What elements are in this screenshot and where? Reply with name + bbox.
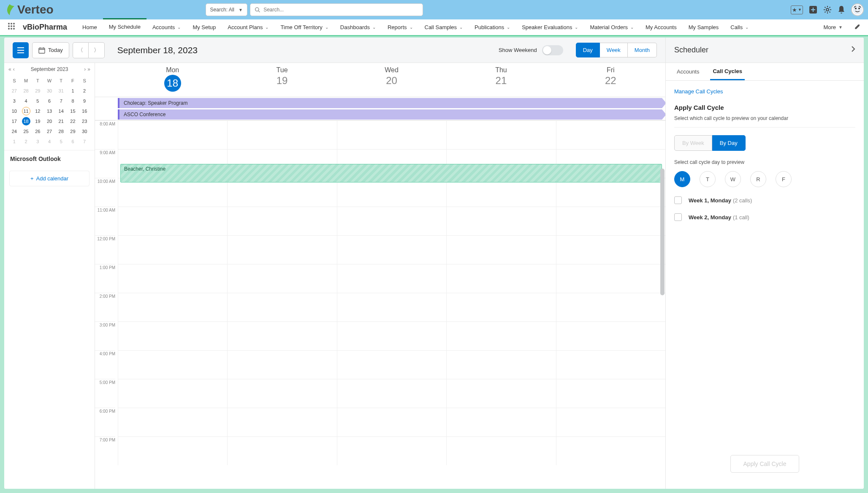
nav-tab[interactable]: My Accounts bbox=[640, 19, 683, 35]
next-period-button[interactable]: 〉 bbox=[89, 42, 105, 58]
nav-tab[interactable]: Material Orders⌄ bbox=[584, 19, 640, 35]
app-launcher[interactable] bbox=[8, 22, 15, 32]
nav-tab[interactable]: Reports⌄ bbox=[382, 19, 419, 35]
mini-day[interactable]: 5 bbox=[55, 136, 67, 147]
nav-tab[interactable]: Accounts⌄ bbox=[146, 19, 187, 35]
last-icon[interactable]: » bbox=[87, 66, 90, 72]
mini-day[interactable]: 16 bbox=[79, 106, 90, 116]
add-button[interactable] bbox=[809, 5, 817, 14]
collapse-panel-button[interactable] bbox=[851, 46, 855, 54]
nav-tab[interactable]: Publications⌄ bbox=[469, 19, 516, 35]
dow-button[interactable]: T bbox=[700, 171, 716, 187]
mini-day[interactable]: 25 bbox=[20, 126, 32, 136]
mini-day[interactable]: 13 bbox=[43, 106, 55, 116]
mini-day[interactable]: 24 bbox=[8, 126, 20, 136]
mini-day[interactable]: 28 bbox=[20, 86, 32, 96]
search-scope-dropdown[interactable]: Search: All ▼ bbox=[206, 3, 247, 16]
mini-day[interactable]: 21 bbox=[55, 116, 67, 126]
week-checkbox[interactable] bbox=[674, 213, 682, 221]
mini-day[interactable]: 6 bbox=[43, 96, 55, 106]
mini-day[interactable]: 28 bbox=[55, 126, 67, 136]
mini-day[interactable]: 5 bbox=[32, 96, 43, 106]
mini-day[interactable]: 15 bbox=[67, 106, 79, 116]
mini-day[interactable]: 22 bbox=[67, 116, 79, 126]
show-weekend-toggle[interactable] bbox=[542, 45, 563, 55]
timed-grid[interactable]: 8:00 AM9:00 AM10:00 AM11:00 AM12:00 PM1:… bbox=[95, 120, 665, 489]
mini-day[interactable]: 6 bbox=[67, 136, 79, 147]
mini-day[interactable]: 11 bbox=[20, 106, 32, 116]
mini-day[interactable]: 8 bbox=[67, 96, 79, 106]
mini-day[interactable]: 29 bbox=[32, 86, 43, 96]
scheduler-tab[interactable]: Call Cycles bbox=[710, 63, 744, 80]
mini-day[interactable]: 30 bbox=[43, 86, 55, 96]
first-icon[interactable]: « bbox=[8, 66, 11, 72]
nav-tab[interactable]: My Samples bbox=[683, 19, 725, 35]
mini-day[interactable]: 14 bbox=[55, 106, 67, 116]
dow-button[interactable]: M bbox=[674, 171, 690, 187]
mini-day[interactable]: 27 bbox=[8, 86, 20, 96]
mini-day[interactable]: 19 bbox=[32, 116, 43, 126]
mini-day[interactable]: 30 bbox=[79, 126, 90, 136]
settings-button[interactable] bbox=[823, 5, 832, 14]
nav-tab[interactable]: Account Plans⌄ bbox=[222, 19, 274, 35]
mini-day[interactable]: 7 bbox=[79, 136, 90, 147]
mini-day[interactable]: 20 bbox=[43, 116, 55, 126]
apply-call-cycle-button[interactable]: Apply Call Cycle bbox=[730, 455, 800, 473]
search-input[interactable] bbox=[263, 7, 418, 13]
nav-tab[interactable]: Dashboards⌄ bbox=[334, 19, 382, 35]
view-day[interactable]: Day bbox=[576, 43, 600, 57]
mini-day[interactable]: 23 bbox=[79, 116, 90, 126]
mini-day[interactable]: 3 bbox=[8, 96, 20, 106]
mini-day[interactable]: 1 bbox=[8, 136, 20, 147]
mini-day[interactable]: 12 bbox=[32, 106, 43, 116]
allday-event[interactable]: ASCO Conference bbox=[118, 109, 662, 120]
nav-tab[interactable]: Call Samples⌄ bbox=[419, 19, 469, 35]
mini-day[interactable]: 1 bbox=[67, 86, 79, 96]
mini-day[interactable]: 4 bbox=[43, 136, 55, 147]
edit-nav-button[interactable] bbox=[854, 24, 860, 31]
mini-day[interactable]: 29 bbox=[67, 126, 79, 136]
dow-button[interactable]: F bbox=[776, 171, 792, 187]
dow-button[interactable]: W bbox=[725, 171, 741, 187]
nav-tab[interactable]: Time Off Territory⌄ bbox=[274, 19, 334, 35]
global-search[interactable] bbox=[250, 3, 423, 16]
mini-day[interactable]: 2 bbox=[20, 136, 32, 147]
nav-tab[interactable]: Calls⌄ bbox=[724, 19, 754, 35]
next-icon[interactable]: › bbox=[84, 66, 86, 72]
mini-day[interactable]: 27 bbox=[43, 126, 55, 136]
mini-day[interactable]: 4 bbox=[20, 96, 32, 106]
nav-tab[interactable]: Home bbox=[76, 19, 103, 35]
scheduler-tab[interactable]: Accounts bbox=[674, 63, 702, 80]
today-button[interactable]: Today bbox=[32, 42, 69, 58]
mini-day[interactable]: 3 bbox=[32, 136, 43, 147]
view-month[interactable]: Month bbox=[628, 43, 657, 57]
mini-day[interactable]: 26 bbox=[32, 126, 43, 136]
mini-day[interactable]: 18 bbox=[20, 116, 32, 126]
mini-day[interactable]: 31 bbox=[55, 86, 67, 96]
prev-period-button[interactable]: 〈 bbox=[73, 42, 89, 58]
notifications-button[interactable] bbox=[838, 5, 845, 14]
mini-day[interactable]: 2 bbox=[79, 86, 90, 96]
mini-day[interactable]: 17 bbox=[8, 116, 20, 126]
add-calendar-button[interactable]: + Add calendar bbox=[9, 171, 90, 186]
allday-event[interactable]: Cholecap: Speaker Program bbox=[118, 98, 662, 108]
mini-day[interactable]: 10 bbox=[8, 106, 20, 116]
scrollbar-thumb[interactable] bbox=[660, 169, 665, 295]
nav-tab[interactable]: My Schedule bbox=[103, 18, 146, 34]
nav-tab[interactable]: Speaker Evaluations⌄ bbox=[516, 19, 584, 35]
week-checkbox[interactable] bbox=[674, 196, 682, 204]
calendar-event[interactable]: Beacher, Christine bbox=[120, 164, 662, 182]
menu-toggle-button[interactable] bbox=[13, 42, 29, 58]
mini-day[interactable]: 9 bbox=[79, 96, 90, 106]
prev-icon[interactable]: ‹ bbox=[13, 66, 15, 72]
view-week[interactable]: Week bbox=[600, 43, 628, 57]
mini-day[interactable]: 7 bbox=[55, 96, 67, 106]
nav-tab[interactable]: My Setup bbox=[187, 19, 222, 35]
manage-call-cycles-link[interactable]: Manage Call Cycles bbox=[674, 88, 855, 95]
favorites-button[interactable]: ★▼ bbox=[791, 5, 803, 14]
dow-button[interactable]: R bbox=[750, 171, 766, 187]
by-week-button[interactable]: By Week bbox=[674, 135, 712, 151]
by-day-button[interactable]: By Day bbox=[712, 135, 746, 151]
user-avatar[interactable] bbox=[851, 3, 864, 16]
nav-more[interactable]: More▼ bbox=[817, 24, 849, 30]
